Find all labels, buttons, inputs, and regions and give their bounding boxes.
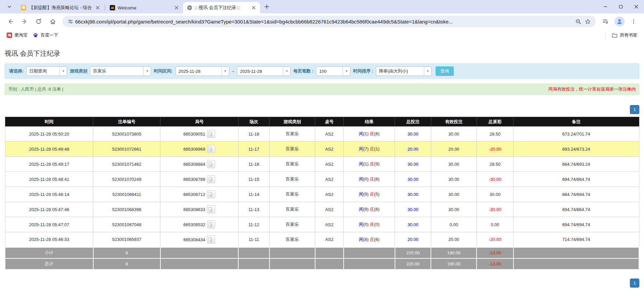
- banker-score: (0): [374, 222, 380, 227]
- game-type-cell: 百家乐: [269, 142, 315, 157]
- window-minimize-icon[interactable]: [598, 0, 613, 13]
- sort-order-select[interactable]: 降幂(由大到小) ▼: [376, 66, 432, 76]
- session-cell: 11-18: [238, 127, 269, 142]
- player-score: (7): [363, 146, 370, 151]
- round-cell: 665308532: [160, 217, 238, 232]
- sort-order-label: 时间排序 :: [353, 68, 373, 74]
- total-bet-link[interactable]: 30.00: [407, 192, 418, 197]
- date-to-select[interactable]: 2025-11-28 ▼: [237, 66, 291, 76]
- back-icon[interactable]: [5, 16, 16, 27]
- valid-bet-cell: 20.00: [431, 232, 477, 247]
- url-text[interactable]: 66cxkj98.com/ipl/portal.php/game/betreco…: [75, 19, 574, 24]
- total-bet-link[interactable]: 20.00: [407, 147, 418, 152]
- valid-bet-cell: 20.00: [431, 142, 477, 157]
- media-playlist-icon[interactable]: [600, 16, 611, 27]
- chevron-down-icon: ▼: [343, 67, 350, 76]
- zoom-icon[interactable]: [574, 17, 583, 26]
- all-bookmarks-button[interactable]: 所有书签: [609, 31, 640, 40]
- browser-toolbar: 66cxkj98.com/ipl/portal.php/game/betreco…: [0, 13, 644, 30]
- valid-bet-cell: 30.00: [431, 172, 477, 187]
- column-header: 桌号: [315, 117, 344, 127]
- reload-icon[interactable]: [33, 16, 44, 27]
- new-tab-plus-icon[interactable]: [262, 2, 271, 11]
- remark-cell: 664.74/694.74: [513, 187, 639, 202]
- tab-welcome[interactable]: Welcome: [106, 2, 183, 13]
- video-replay-icon[interactable]: [207, 220, 215, 229]
- summary-total-bet-cell: 220.00: [395, 247, 431, 258]
- url-bar[interactable]: 66cxkj98.com/ipl/portal.php/game/betreco…: [62, 16, 596, 27]
- round-number: 665308884: [183, 162, 205, 167]
- session-cell: 11-15: [238, 172, 269, 187]
- menu-three-dots-icon[interactable]: [628, 16, 639, 27]
- table-no-cell: AS2: [315, 157, 344, 172]
- video-replay-icon[interactable]: [207, 160, 215, 168]
- subtotal-row: 小计8220.00190.00-13.00: [5, 247, 639, 258]
- bet-row: 2025-11-28 05:50:20523001073805665309051…: [5, 127, 639, 142]
- video-replay-icon[interactable]: [207, 130, 215, 138]
- query-type-select[interactable]: 日期查询 ▼: [26, 66, 67, 76]
- tab-search-chevron-icon[interactable]: [5, 2, 14, 11]
- video-replay-icon[interactable]: [207, 145, 215, 153]
- window-close-icon[interactable]: [629, 0, 644, 13]
- summary-empty-round-cell: [160, 247, 238, 258]
- page-size-label: 每页笔数 :: [293, 68, 313, 74]
- bet-id-cell: 523001071462: [93, 157, 160, 172]
- time-cell: 2025-11-28 05:49:48: [5, 142, 93, 157]
- table-no-cell: AS2: [315, 142, 344, 157]
- summary-payout-cell: -13.00: [477, 258, 513, 269]
- banker-label: 庄: [370, 192, 374, 197]
- video-replay-icon[interactable]: [207, 175, 215, 183]
- home-icon[interactable]: [47, 16, 58, 27]
- bet-id-cell: 523001065937: [93, 232, 160, 247]
- tab-forum[interactable]: 【新提醒】海燕策略论坛 - 综合: [17, 2, 104, 13]
- payout-cell: 28.50: [477, 127, 513, 142]
- tab-close-icon[interactable]: [251, 5, 257, 11]
- valid-bet-cell: 30.00: [431, 202, 477, 217]
- tab-close-icon[interactable]: [174, 5, 180, 11]
- table-no-cell: AS2: [315, 172, 344, 187]
- game-type-select[interactable]: 百家乐 ▼: [90, 66, 151, 76]
- column-header: 局号: [160, 117, 238, 127]
- summary-empty-table-no-cell: [315, 247, 344, 258]
- total-bet-link[interactable]: 30.00: [407, 162, 418, 167]
- total-bet-link[interactable]: 30.00: [407, 177, 418, 182]
- session-cell: 11-13: [238, 202, 269, 217]
- video-replay-icon[interactable]: [207, 236, 215, 244]
- window-maximize-icon[interactable]: [613, 0, 629, 13]
- video-replay-icon[interactable]: [207, 205, 215, 213]
- total-bet-link[interactable]: 20.00: [407, 237, 418, 242]
- date-from-select[interactable]: 2025-11-28 ▼: [176, 66, 229, 76]
- all-bookmarks-label: 所有书签: [620, 32, 637, 38]
- pagination-page-button[interactable]: 1: [630, 105, 639, 114]
- remark-cell: 693.24/673.24: [513, 142, 639, 157]
- profile-avatar[interactable]: [614, 16, 625, 27]
- table-no-cell: AS2: [315, 187, 344, 202]
- total-bet-link[interactable]: 30.00: [407, 222, 418, 227]
- tab-close-icon[interactable]: [95, 5, 101, 11]
- total-bet-link[interactable]: 30.00: [407, 207, 418, 212]
- pagination-page-button[interactable]: 1: [630, 279, 639, 288]
- video-replay-icon[interactable]: [207, 190, 215, 198]
- summary-empty-game-cell: [269, 247, 315, 258]
- total-bet-link[interactable]: 30.00: [407, 132, 418, 137]
- bookmark-baidu[interactable]: 百度一下: [30, 31, 61, 40]
- tab-title: 【新提醒】海燕策略论坛 - 综合: [29, 5, 92, 11]
- welcome-favicon-icon: [110, 5, 115, 10]
- query-type-value: 日期查询: [27, 68, 59, 74]
- bet-id-cell: 523001070249: [93, 172, 160, 187]
- bookmarks-bar: 淘 爱淘宝 百度一下 所有书签: [0, 30, 644, 41]
- bet-row: 2025-11-28 05:49:17523001071462665308884…: [5, 157, 639, 172]
- bet-records-table: 时间注单编号局号场次游戏类别桌号结果总投注有效投注总派彩备注 2025-11-2…: [5, 117, 639, 270]
- currency-total-text: 币别 : 人民币 | 总共 :8 注单 |: [8, 86, 63, 92]
- bookmark-star-icon[interactable]: [583, 17, 592, 26]
- forward-icon[interactable]: [19, 16, 30, 27]
- search-button[interactable]: 查询: [436, 66, 454, 76]
- window-controls: [598, 0, 644, 13]
- tab-bet-records[interactable]: :::视讯 会员下注纪录:::: [183, 2, 260, 13]
- site-settings-tune-icon[interactable]: [66, 17, 75, 26]
- table-no-cell: AS2: [315, 217, 344, 232]
- table-no-cell: AS2: [315, 127, 344, 142]
- player-label: 闲: [359, 237, 363, 242]
- bookmark-taobao[interactable]: 淘 爱淘宝: [4, 31, 30, 40]
- page-size-select[interactable]: 100 ▼: [316, 66, 350, 76]
